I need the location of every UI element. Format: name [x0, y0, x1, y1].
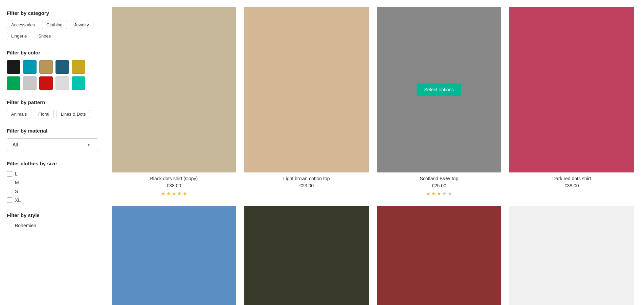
filter-style-section: Filter by style Bohemien	[7, 212, 95, 228]
product-card[interactable]: Face print t-shirt€22.00	[509, 206, 634, 305]
product-image-placeholder	[112, 7, 236, 172]
star-empty: ★	[442, 190, 447, 197]
filter-color-title: Filter by color	[7, 50, 95, 55]
filter-size-title: Filter clothes by size	[7, 161, 95, 166]
product-image-wrap	[509, 206, 634, 305]
size-checkbox-s[interactable]	[7, 189, 12, 194]
filter-category-section: Filter by category AccessoriesClothingJe…	[7, 10, 95, 40]
color-swatch-red[interactable]	[39, 76, 53, 90]
product-card[interactable]: Black dots shirt (Copy)€38.00★★★★★	[112, 7, 236, 198]
star-rating: ★★★★★	[112, 190, 236, 197]
product-image-wrap: Select options	[377, 7, 502, 172]
filter-style-title: Filter by style	[7, 212, 95, 218]
product-price: €38.00	[112, 183, 236, 188]
product-card[interactable]: Light brown cotton top€23.00	[244, 7, 369, 198]
product-image-placeholder	[244, 206, 369, 305]
product-image-placeholder	[377, 206, 502, 305]
color-swatch-gold[interactable]	[72, 60, 85, 74]
star-filled: ★	[172, 190, 176, 197]
color-swatch-tan[interactable]	[39, 60, 53, 74]
category-tag[interactable]: Lingerie	[7, 32, 31, 40]
size-item-m[interactable]: M	[7, 180, 95, 185]
size-label: M	[15, 180, 19, 185]
star-filled: ★	[426, 190, 430, 197]
product-price: €25.00	[377, 183, 502, 188]
filter-category-title: Filter by category	[7, 10, 95, 16]
size-list: LMSXL	[7, 171, 95, 203]
star-filled: ★	[166, 190, 171, 197]
size-label: XL	[15, 197, 21, 203]
category-tag[interactable]: Accessories	[7, 21, 39, 29]
style-checkbox[interactable]	[7, 223, 12, 228]
filter-material-section: Filter by material AllCottonPolyesterSil…	[7, 128, 95, 151]
size-checkbox-l[interactable]	[7, 171, 12, 177]
star-empty: ★	[447, 190, 452, 197]
star-filled: ★	[177, 190, 182, 197]
size-checkbox-xl[interactable]	[7, 197, 12, 203]
product-card[interactable]: Select optionsScotland B&W top€25.00★★★★…	[377, 7, 502, 198]
color-grid	[7, 60, 95, 90]
category-tag-list: AccessoriesClothingJewelryLingerieShoes	[7, 21, 95, 40]
product-name: Dark red dots shirt	[509, 176, 634, 181]
pattern-tag[interactable]: Lines & Dots	[57, 110, 90, 118]
product-info: Scotland B&W top€25.00★★★★★	[377, 172, 502, 198]
product-name: Light brown cotton top	[244, 176, 369, 181]
star-filled: ★	[182, 190, 187, 197]
product-image-wrap	[112, 206, 236, 305]
size-checkbox-m[interactable]	[7, 180, 12, 185]
star-rating: ★★★★★	[377, 190, 502, 197]
color-swatch-dark-teal[interactable]	[55, 60, 69, 74]
color-swatch-pale-gray[interactable]	[55, 76, 69, 90]
color-swatch-green[interactable]	[7, 76, 20, 90]
pattern-tag[interactable]: Animals	[7, 110, 31, 118]
product-card[interactable]: Red floral black top€31.00	[377, 206, 502, 305]
color-swatch-teal-blue[interactable]	[23, 60, 37, 74]
category-tag[interactable]: Jewelry	[70, 21, 93, 29]
product-name: Black dots shirt (Copy)	[112, 176, 236, 181]
product-card[interactable]: Dark red dots shirt€38.00	[509, 7, 634, 198]
color-swatch-black[interactable]	[7, 60, 20, 74]
product-image-wrap	[244, 206, 369, 305]
star-filled: ★	[161, 190, 165, 197]
product-card[interactable]: Olive floral black top€27.00	[244, 206, 369, 305]
pattern-tag-list: AnimalsFloralLines & Dots	[7, 110, 95, 118]
product-name: Scotland B&W top	[377, 176, 502, 181]
product-image-wrap	[509, 7, 634, 172]
main-content: Black dots shirt (Copy)€38.00★★★★★Light …	[102, 0, 644, 305]
product-price: €23.00	[244, 183, 369, 188]
product-image-placeholder	[509, 206, 634, 305]
size-label: S	[15, 189, 18, 194]
select-options-button[interactable]: Select options	[417, 84, 461, 96]
pattern-tag[interactable]: Floral	[34, 110, 54, 118]
material-dropdown-wrap: AllCottonPolyesterSilkLinen ▼	[7, 138, 95, 151]
style-label: Bohemien	[15, 223, 36, 228]
product-image-wrap	[377, 206, 502, 305]
product-info: Dark red dots shirt€38.00	[509, 172, 634, 192]
color-swatch-light-gray[interactable]	[23, 76, 37, 90]
sidebar: Filter by category AccessoriesClothingJe…	[0, 0, 102, 305]
category-tag[interactable]: Clothing	[42, 21, 67, 29]
filter-pattern-section: Filter by pattern AnimalsFloralLines & D…	[7, 99, 95, 118]
style-list: Bohemien	[7, 223, 95, 228]
star-filled: ★	[437, 190, 441, 197]
size-item-l[interactable]: L	[7, 171, 95, 177]
product-image-placeholder	[244, 7, 369, 172]
size-label: L	[15, 171, 18, 177]
color-swatch-cyan[interactable]	[72, 76, 85, 90]
category-tag[interactable]: Shoes	[34, 32, 55, 40]
style-item[interactable]: Bohemien	[7, 223, 95, 228]
product-info: Light brown cotton top€23.00	[244, 172, 369, 192]
product-image-wrap	[244, 7, 369, 172]
size-item-s[interactable]: S	[7, 189, 95, 194]
product-image-wrap	[112, 7, 236, 172]
product-image-placeholder	[112, 206, 236, 305]
product-price: €38.00	[509, 183, 634, 188]
material-select[interactable]: AllCottonPolyesterSilkLinen	[7, 138, 98, 151]
filter-pattern-title: Filter by pattern	[7, 99, 95, 105]
products-grid: Black dots shirt (Copy)€38.00★★★★★Light …	[112, 7, 634, 305]
product-image-placeholder	[509, 7, 634, 172]
page-layout: Filter by category AccessoriesClothingJe…	[0, 0, 644, 305]
size-item-xl[interactable]: XL	[7, 197, 95, 203]
star-filled: ★	[431, 190, 436, 197]
product-card[interactable]: Animal blue top€29.00	[112, 206, 236, 305]
